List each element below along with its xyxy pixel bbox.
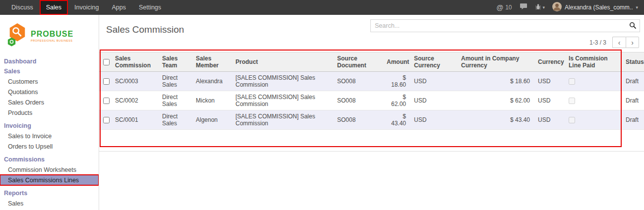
pager-range: 1-3 / 3 — [589, 39, 606, 46]
cell-source-document: SO008 — [333, 91, 383, 110]
page-title: Sales Commission — [106, 24, 184, 52]
cell-paid — [565, 72, 622, 91]
sidebar-item-commission-worksheets[interactable]: Commission Worksheets — [0, 164, 99, 175]
cell-sales-commission: SC/0002 — [111, 91, 158, 110]
cell-currency: USD — [534, 72, 565, 91]
chevron-left-icon: ‹ — [618, 39, 621, 47]
header-amount-company-currency[interactable]: Amount in Company Currency — [457, 52, 534, 72]
user-menu[interactable]: Alexandra (Sales_comm.. ▾ — [552, 2, 638, 13]
sidebar-item-sales-orders[interactable]: Sales Orders — [0, 97, 99, 107]
cell-paid — [565, 110, 622, 130]
header-source-document[interactable]: Source Document — [333, 52, 383, 72]
header-sales-team[interactable]: Sales Team — [158, 52, 192, 72]
select-all-header — [99, 52, 111, 72]
sidebar-item-products[interactable]: Products — [0, 107, 99, 118]
control-panel-right: 1-3 / 3 ‹ › — [370, 17, 640, 52]
app-logo: PROBUSE PROFESSIONAL BUSINESS — [0, 15, 99, 54]
pager: 1-3 / 3 ‹ › — [589, 37, 639, 48]
mention-count: 10 — [505, 4, 512, 11]
paid-checkbox — [569, 78, 575, 85]
search-box — [370, 19, 640, 32]
header-amount[interactable]: Amount — [383, 52, 410, 72]
select-all-checkbox[interactable] — [103, 59, 110, 65]
cell-source-currency: USD — [410, 91, 457, 110]
cell-amount-company: $ 62.00 — [457, 91, 534, 110]
menu-sales[interactable]: Sales — [40, 0, 68, 15]
header-sales-commission[interactable]: Sales Commission — [111, 52, 158, 72]
sidebar-item-customers[interactable]: Customers — [0, 76, 99, 87]
cell-sales-member: Algenon — [192, 110, 232, 130]
cell-select — [99, 110, 111, 130]
cell-sales-member: Alexandra — [192, 72, 232, 91]
menu-discuss[interactable]: Discuss — [5, 0, 40, 15]
sidebar-item-sales-to-invoice[interactable]: Sales to Invoice — [0, 131, 99, 141]
search-input[interactable] — [370, 19, 640, 32]
header-product[interactable]: Product — [232, 52, 333, 72]
cell-select — [99, 72, 111, 91]
cell-select — [99, 91, 111, 110]
pager-previous-button[interactable]: ‹ — [612, 37, 626, 48]
logo-subtitle: PROFESSIONAL BUSINESS — [31, 39, 73, 42]
menu-settings[interactable]: Settings — [132, 0, 168, 15]
cell-status: Draft — [622, 91, 644, 110]
sidebar-item-reports-sales[interactable]: Sales — [0, 198, 99, 209]
cell-source-document: SO008 — [333, 72, 383, 91]
debug-menu-button[interactable]: ▾ — [535, 3, 545, 12]
cell-amount: $ 62.00 — [383, 91, 410, 110]
paid-checkbox — [569, 117, 575, 123]
header-source-currency[interactable]: Source Currency — [410, 52, 457, 72]
mention-counter[interactable]: @ 10 — [497, 3, 512, 11]
cell-currency: USD — [534, 91, 565, 110]
cell-sales-member: Mickon — [192, 91, 232, 110]
chat-bubble-icon — [520, 3, 527, 12]
cell-product: [SALES COMMISSION] Sales Commission — [232, 91, 333, 110]
cell-product: [SALES COMMISSION] Sales Commission — [232, 110, 333, 130]
search-icon[interactable] — [629, 22, 637, 31]
main-content: Sales Commission 1-3 / 3 ‹ › — [99, 15, 644, 210]
list-view: Sales Commission Sales Team Sales Member… — [99, 52, 644, 152]
logo-hexagon-magnifier-icon — [6, 22, 28, 50]
app-window: Discuss Sales Invoicing Apps Settings @ … — [0, 0, 644, 210]
logo-title: PROBUSE — [31, 30, 73, 38]
table-row[interactable]: SC/0003 Direct Sales Alexandra [SALES CO… — [99, 72, 644, 91]
sidebar-item-orders-to-upsell[interactable]: Orders to Upsell — [0, 141, 99, 152]
paid-checkbox — [569, 98, 575, 104]
cell-status: Draft — [622, 72, 644, 91]
user-name: Alexandra (Sales_comm.. — [565, 4, 633, 11]
sidebar-item-quotations[interactable]: Quotations — [0, 87, 99, 97]
header-currency[interactable]: Currency — [534, 52, 565, 72]
menu-apps[interactable]: Apps — [105, 0, 132, 15]
sidebar-section-reports[interactable]: Reports — [0, 188, 99, 198]
cell-amount: $ 18.60 — [383, 72, 410, 91]
table-row[interactable]: SC/0001 Direct Sales Algenon [SALES COMM… — [99, 110, 644, 130]
row-select-checkbox[interactable] — [103, 117, 110, 123]
at-icon: @ — [497, 3, 504, 11]
sidebar-section-commissions[interactable]: Commissions — [0, 155, 99, 164]
cell-source-document: SO008 — [333, 110, 383, 130]
cell-sales-commission: SC/0001 — [111, 110, 158, 130]
sidebar-nav: Dashboard Sales Customers Quotations Sal… — [0, 54, 99, 209]
cell-sales-team: Direct Sales — [158, 72, 192, 91]
chevron-down-icon: ▾ — [543, 5, 545, 10]
sidebar: PROBUSE PROFESSIONAL BUSINESS Dashboard … — [0, 15, 99, 210]
row-select-checkbox[interactable] — [103, 98, 110, 104]
sidebar-item-dashboard[interactable]: Dashboard — [0, 56, 99, 66]
header-is-commission-line-paid[interactable]: Is Commision Line Paid — [565, 52, 622, 72]
sidebar-section-invoicing[interactable]: Invoicing — [0, 121, 99, 131]
chevron-down-icon: ▾ — [636, 5, 638, 10]
main-menu: Discuss Sales Invoicing Apps Settings — [0, 0, 168, 15]
header-sales-member[interactable]: Sales Member — [192, 52, 232, 72]
topbar-right: @ 10 ▾ Alexandra (Sales_comm.. ▾ — [497, 0, 644, 15]
cell-source-currency: USD — [410, 110, 457, 130]
sidebar-item-sales-commissions-lines[interactable]: Sales Commissions Lines — [0, 175, 99, 185]
pager-next-button[interactable]: › — [626, 37, 639, 48]
control-panel: Sales Commission 1-3 / 3 ‹ › — [99, 15, 644, 52]
sidebar-section-sales[interactable]: Sales — [0, 66, 99, 76]
table-row[interactable]: SC/0002 Direct Sales Mickon [SALES COMMI… — [99, 91, 644, 110]
menu-invoicing[interactable]: Invoicing — [68, 0, 105, 15]
messages-button[interactable] — [520, 3, 527, 12]
row-select-checkbox[interactable] — [103, 78, 110, 85]
cell-sales-team: Direct Sales — [158, 91, 192, 110]
cell-paid — [565, 91, 622, 110]
header-status[interactable]: Status — [622, 52, 644, 72]
